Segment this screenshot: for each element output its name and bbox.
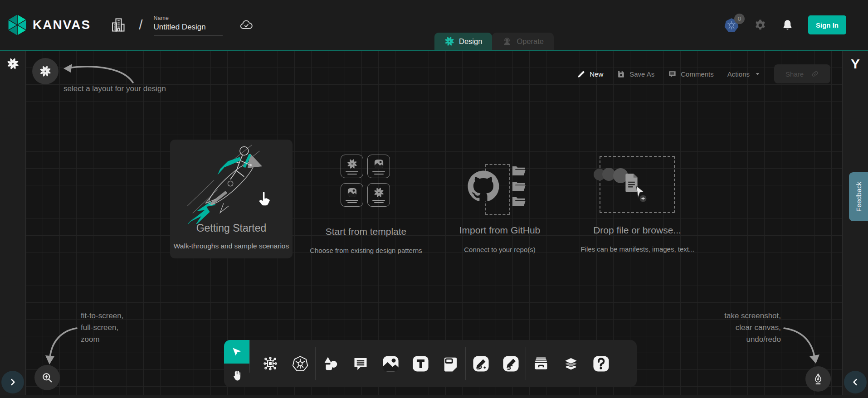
tab-design[interactable]: Design bbox=[434, 33, 492, 50]
zoom-hint-line: full-screen, bbox=[81, 322, 123, 334]
shapes-icon bbox=[322, 355, 339, 372]
hand-icon bbox=[231, 369, 243, 382]
expand-right-panel-button[interactable] bbox=[844, 371, 867, 393]
canvas-hint-arrow bbox=[780, 322, 823, 367]
zoom-hint-line: fit-to-screen, bbox=[81, 310, 123, 322]
folder-icon bbox=[512, 196, 526, 208]
dropzone-title[interactable]: Drop file or browse... bbox=[584, 225, 691, 236]
canvas-controls-button[interactable] bbox=[805, 366, 831, 392]
organization-icon[interactable] bbox=[110, 17, 126, 33]
bottom-edge-strip bbox=[0, 395, 868, 398]
text-tool-button[interactable] bbox=[405, 354, 435, 373]
rocket-illustration bbox=[177, 142, 286, 224]
canvas-hint-text: take screenshot, clear canvas, undo/redo bbox=[690, 310, 781, 345]
new-design-button[interactable]: New bbox=[577, 70, 603, 78]
tool-dock bbox=[224, 340, 637, 387]
comment-icon bbox=[668, 70, 677, 78]
template-tile bbox=[367, 183, 390, 207]
app-header: KANVAS / Name Design Operate 0 bbox=[0, 0, 868, 50]
canvas-hint-line: clear canvas, bbox=[690, 322, 781, 334]
card-getting-started[interactable] bbox=[170, 140, 293, 258]
question-mark-icon bbox=[592, 354, 610, 373]
template-subtitle: Choose from existing design patterns bbox=[298, 247, 434, 254]
sticky-note-icon bbox=[441, 354, 460, 373]
autosave-cloud-icon bbox=[239, 18, 254, 32]
operate-tab-label: Operate bbox=[517, 37, 544, 46]
layout-hint-text: select a layout for your design bbox=[63, 84, 166, 93]
save-as-button[interactable]: Save As bbox=[617, 70, 654, 78]
drawer-icon bbox=[533, 355, 549, 372]
image-icon bbox=[347, 187, 357, 198]
layers-tool-button[interactable] bbox=[556, 355, 586, 372]
save-as-label: Save As bbox=[629, 70, 654, 78]
pen-bezier-icon bbox=[472, 354, 490, 373]
sign-in-button[interactable]: Sign In bbox=[808, 15, 846, 34]
pencil-scribble-icon bbox=[502, 354, 520, 373]
template-title[interactable]: Start from template bbox=[312, 226, 420, 237]
folder-icon bbox=[512, 165, 526, 177]
kanvas-app: KANVAS / Name Design Operate 0 bbox=[0, 0, 868, 398]
pen-tool-button[interactable] bbox=[466, 354, 496, 373]
kubernetes-tool-button[interactable] bbox=[285, 355, 315, 372]
image-tool-button[interactable] bbox=[375, 354, 405, 373]
notifications-bell-icon[interactable] bbox=[781, 19, 794, 31]
zoom-hint-arrow bbox=[44, 322, 85, 367]
pinwheel-icon bbox=[374, 187, 384, 198]
help-tool-button[interactable] bbox=[586, 354, 616, 373]
share-button[interactable]: Share bbox=[774, 64, 830, 83]
cursor-arrow-icon bbox=[231, 346, 243, 358]
meshery-spiral-icon bbox=[7, 58, 19, 70]
folder-icon bbox=[512, 181, 526, 192]
pen-nib-icon bbox=[812, 373, 824, 385]
image-icon bbox=[374, 159, 384, 169]
brand-name: KANVAS bbox=[33, 18, 91, 32]
pan-tool-button[interactable] bbox=[224, 364, 249, 387]
zoom-hint-text: fit-to-screen, full-screen, zoom bbox=[81, 310, 123, 345]
getting-started-subtitle: Walk-throughs and sample scenarios bbox=[163, 242, 299, 250]
canvas-action-bar: New Save As Comments Actions Share bbox=[577, 64, 830, 83]
brand-logo-icon bbox=[6, 13, 28, 37]
tab-operate[interactable]: Operate bbox=[492, 33, 554, 50]
design-name-label: Name bbox=[154, 15, 223, 21]
canvas-hint-line: take screenshot, bbox=[690, 310, 781, 322]
actions-label: Actions bbox=[727, 70, 750, 78]
new-label: New bbox=[590, 70, 603, 78]
layers-icon bbox=[563, 355, 579, 372]
layout-asterisk-icon bbox=[39, 65, 51, 77]
comments-button[interactable]: Comments bbox=[668, 70, 714, 78]
freehand-tool-button[interactable] bbox=[496, 354, 526, 373]
chevron-down-icon bbox=[755, 71, 761, 77]
design-name-block: Name bbox=[154, 15, 223, 35]
brand[interactable]: KANVAS bbox=[6, 13, 91, 37]
sticky-note-tool-button[interactable] bbox=[435, 354, 465, 373]
template-tile bbox=[341, 155, 363, 178]
card-start-from-template[interactable] bbox=[341, 155, 390, 207]
magnifier-plus-icon bbox=[41, 371, 54, 384]
layout-picker-button[interactable] bbox=[32, 58, 59, 84]
zoom-controls-button[interactable] bbox=[34, 365, 60, 390]
shapes-tool-button[interactable] bbox=[316, 355, 346, 372]
components-tool-button[interactable] bbox=[255, 355, 285, 372]
design-canvas[interactable]: New Save As Comments Actions Share bbox=[26, 51, 842, 398]
text-T-icon bbox=[411, 354, 430, 373]
canvas-top-accent-line bbox=[0, 50, 868, 51]
settings-gear-icon[interactable] bbox=[754, 19, 767, 32]
github-octocat-icon[interactable] bbox=[467, 170, 500, 203]
feedback-label: Feedback bbox=[855, 182, 863, 212]
select-tool-button[interactable] bbox=[224, 340, 249, 364]
kubernetes-context-button[interactable]: 0 bbox=[724, 17, 739, 33]
drawer-tool-button[interactable] bbox=[526, 355, 556, 372]
design-name-input[interactable] bbox=[154, 23, 223, 35]
image-icon bbox=[381, 354, 400, 373]
design-tab-icon bbox=[444, 36, 454, 46]
comment-tool-button[interactable] bbox=[346, 355, 375, 372]
kubernetes-wheel-icon bbox=[292, 355, 308, 372]
actions-dropdown[interactable]: Actions bbox=[727, 70, 761, 78]
tool-row bbox=[250, 340, 637, 387]
expand-left-panel-button[interactable] bbox=[1, 371, 24, 393]
zoom-hint-line: zoom bbox=[81, 334, 123, 345]
repo-folders bbox=[512, 165, 526, 208]
feedback-tab[interactable]: Feedback bbox=[849, 172, 868, 221]
comment-bubble-icon bbox=[352, 355, 369, 372]
github-title[interactable]: Import from GitHub bbox=[448, 225, 552, 236]
